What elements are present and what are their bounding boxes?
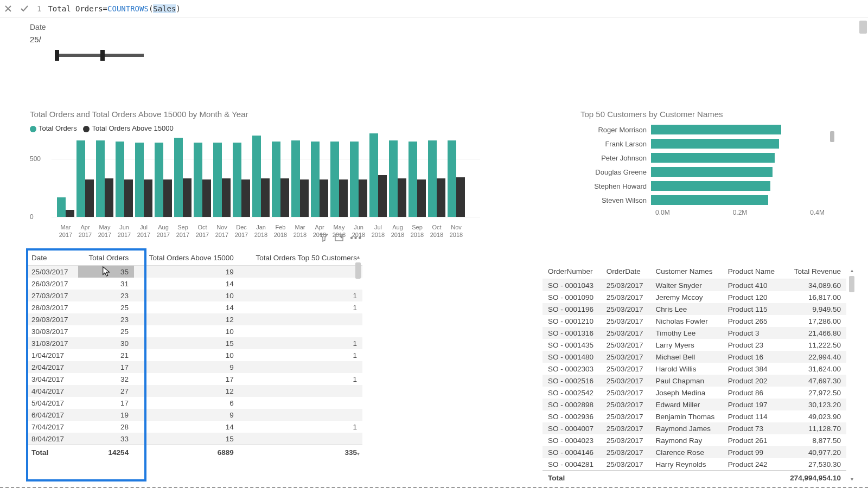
table-row[interactable]: 30/03/20172510 [26, 325, 362, 337]
bar-group[interactable] [116, 142, 133, 217]
hbar-fill[interactable] [651, 153, 775, 163]
bar-above-15000[interactable] [456, 177, 465, 217]
bar-total-orders[interactable] [369, 133, 378, 217]
bar-group[interactable] [213, 143, 231, 217]
bar-total-orders[interactable] [213, 143, 222, 217]
table-row[interactable]: 6/04/2017199 [26, 409, 362, 421]
hbar-row[interactable]: Frank Larson [580, 138, 825, 149]
bar-group[interactable] [76, 140, 94, 217]
hbar-row[interactable]: Stephen Howard [580, 181, 825, 191]
detail-table-visual[interactable]: OrderNumberOrderDateCustomer NamesProduc… [542, 264, 846, 485]
bar-above-15000[interactable] [437, 178, 445, 217]
formula-commit-button[interactable] [16, 1, 33, 17]
focus-mode-icon[interactable] [335, 233, 343, 243]
column-header[interactable]: Total Orders Top 50 Customers [239, 251, 362, 266]
bar-group[interactable] [311, 142, 328, 217]
bar-group[interactable] [194, 143, 211, 217]
bar-group[interactable] [350, 142, 367, 217]
table-row[interactable]: SO - 000143525/03/2017Larry MyersProduct… [542, 339, 846, 351]
table-row[interactable]: 7/04/201728141 [26, 421, 362, 433]
bar-total-orders[interactable] [135, 143, 144, 217]
table-row[interactable]: 1/04/201721101 [26, 349, 362, 361]
date-slicer[interactable]: Date 25/ [30, 23, 144, 57]
bar-group[interactable] [57, 197, 74, 217]
table-row[interactable]: SO - 000230325/03/2017Harold WillisProdu… [542, 363, 846, 375]
table-row[interactable]: 31/03/201730151 [26, 337, 362, 349]
bar-total-orders[interactable] [291, 140, 300, 217]
slicer-handle-end[interactable] [100, 50, 105, 61]
scrollbar-thumb[interactable] [849, 276, 854, 292]
bar-total-orders[interactable] [96, 140, 105, 217]
bar-above-15000[interactable] [398, 178, 406, 217]
column-header[interactable]: OrderNumber [542, 264, 601, 279]
bar-group[interactable] [155, 143, 172, 217]
filter-icon[interactable] [320, 233, 328, 243]
table-row[interactable]: 26/03/20173114 [26, 278, 362, 290]
summary-table-scrollbar[interactable]: ▴ ▾ [354, 262, 362, 448]
bar-above-15000[interactable] [300, 179, 309, 217]
bar-total-orders[interactable] [155, 143, 163, 217]
bar-total-orders[interactable] [57, 197, 66, 217]
slicer-track[interactable] [57, 54, 144, 57]
column-header[interactable]: OrderDate [601, 264, 650, 279]
column-chart-visual[interactable]: Total Orders and Total Orders Above 1500… [30, 110, 480, 233]
bar-total-orders[interactable] [116, 142, 124, 217]
bar-above-15000[interactable] [280, 178, 289, 217]
bar-above-15000[interactable] [66, 210, 74, 217]
bar-total-orders[interactable] [330, 142, 339, 217]
hbar-scrollbar-thumb[interactable] [830, 131, 834, 142]
table-row[interactable]: SO - 000289825/03/2017Edward MillerProdu… [542, 399, 846, 410]
column-header[interactable]: Product Name [723, 264, 782, 279]
bar-above-15000[interactable] [359, 179, 367, 217]
table-row[interactable]: SO - 000400725/03/2017Raymond JamesProdu… [542, 422, 846, 434]
table-row[interactable]: SO - 000251625/03/2017Paul ChapmanProduc… [542, 375, 846, 387]
column-header[interactable]: Total Orders [78, 251, 134, 266]
bar-total-orders[interactable] [389, 140, 398, 217]
bar-group[interactable] [389, 140, 406, 217]
scrollbar-thumb[interactable] [355, 262, 361, 279]
table-row[interactable]: 8/04/20173315 [26, 433, 362, 445]
table-row[interactable]: SO - 000119625/03/2017Chris LeeProduct 1… [542, 303, 846, 315]
bar-above-15000[interactable] [320, 179, 328, 217]
table-row[interactable]: 27/03/201723101 [26, 290, 362, 301]
hbar-row[interactable]: Roger Morrison [580, 124, 825, 135]
table-row[interactable]: SO - 000131625/03/2017Timothy LeeProduct… [542, 327, 846, 339]
bar-group[interactable] [369, 133, 387, 217]
bar-group[interactable] [174, 138, 192, 217]
bar-total-orders[interactable] [350, 142, 359, 217]
slicer-handle-start[interactable] [55, 50, 59, 61]
hbar-chart-visual[interactable]: Top 50 Customers by Customer Names Roger… [580, 110, 825, 216]
table-row[interactable]: SO - 000104325/03/2017Walter SnyderProdu… [542, 279, 846, 292]
table-row[interactable]: SO - 000402325/03/2017Raymond RayProduct… [542, 434, 846, 446]
bar-above-15000[interactable] [202, 179, 211, 217]
bar-above-15000[interactable] [378, 175, 387, 217]
table-row[interactable]: 4/04/20172712 [26, 385, 362, 397]
hbar-fill[interactable] [651, 125, 781, 134]
table-row[interactable]: SO - 000121025/03/2017Nicholas FowlerPro… [542, 315, 846, 327]
bar-above-15000[interactable] [339, 179, 348, 217]
scroll-up-arrow-icon[interactable]: ▴ [847, 267, 856, 273]
bar-above-15000[interactable] [124, 179, 133, 217]
table-row[interactable]: 2/04/2017179 [26, 361, 362, 373]
bar-total-orders[interactable] [174, 138, 183, 217]
column-header[interactable]: Date [26, 251, 78, 266]
table-row[interactable]: SO - 000293625/03/2017Benjamin ThomasPro… [542, 410, 846, 422]
bar-total-orders[interactable] [194, 143, 202, 217]
table-row[interactable]: 29/03/20172312 [26, 313, 362, 325]
bar-group[interactable] [330, 142, 348, 217]
hbar-row[interactable]: Peter Johnson [580, 152, 825, 163]
bar-total-orders[interactable] [448, 140, 456, 217]
bar-total-orders[interactable] [409, 142, 417, 217]
bar-above-15000[interactable] [417, 179, 426, 217]
hbar-row[interactable]: Steven Wilson [580, 195, 825, 206]
scroll-down-arrow-icon[interactable]: ▾ [847, 476, 856, 482]
formula-cancel-button[interactable] [0, 1, 16, 17]
scroll-up-arrow-icon[interactable]: ▴ [354, 254, 362, 260]
column-header[interactable]: Total Orders Above 15000 [134, 251, 239, 266]
bar-group[interactable] [448, 140, 465, 217]
bar-total-orders[interactable] [233, 143, 241, 217]
more-options-icon[interactable]: ••• [350, 233, 362, 243]
table-row[interactable]: SO - 000109025/03/2017Jeremy MccoyProduc… [542, 291, 846, 303]
bar-above-15000[interactable] [163, 179, 172, 217]
bar-total-orders[interactable] [252, 136, 261, 217]
